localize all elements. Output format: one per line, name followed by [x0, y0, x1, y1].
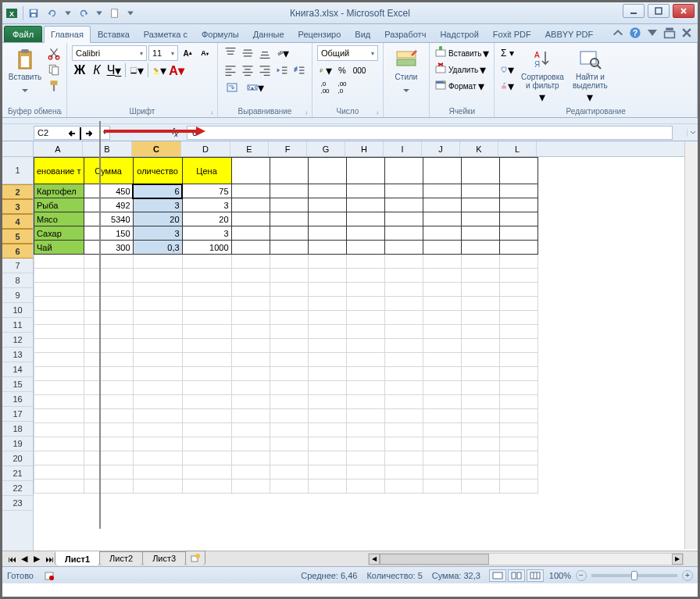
cell[interactable] [461, 339, 499, 353]
number-format-combo[interactable]: Общий▾ [317, 45, 378, 61]
cell[interactable]: 492 [84, 198, 133, 212]
cell[interactable] [308, 437, 346, 451]
column-header[interactable]: C [132, 141, 181, 156]
cell[interactable] [231, 311, 270, 325]
cell[interactable] [84, 381, 133, 395]
cell[interactable] [346, 283, 384, 297]
cell[interactable] [423, 241, 461, 255]
find-select-button[interactable]: Найти и выделить▾ [570, 45, 610, 106]
cell[interactable] [384, 158, 423, 184]
delete-cells[interactable]: Удалить ▾ [434, 62, 486, 77]
cell[interactable] [461, 395, 499, 409]
cell[interactable] [270, 437, 308, 451]
row-header[interactable]: 22 [2, 481, 33, 496]
cell[interactable] [133, 465, 182, 480]
cell[interactable] [308, 465, 346, 480]
row-header[interactable]: 11 [2, 318, 33, 333]
border-icon[interactable]: ▾ [129, 62, 145, 78]
column-header[interactable]: K [460, 141, 498, 156]
minimize-button[interactable] [623, 4, 645, 18]
cell[interactable]: енование т [34, 158, 84, 184]
cell[interactable] [384, 465, 423, 480]
ribbon-tab[interactable]: Надстрой [433, 26, 485, 42]
cell[interactable] [133, 423, 182, 437]
cell[interactable] [308, 297, 346, 311]
cell[interactable] [231, 269, 270, 283]
row-header[interactable]: 18 [2, 422, 33, 437]
cell[interactable]: 20 [182, 212, 231, 226]
cell[interactable] [499, 437, 538, 451]
row-header[interactable]: 13 [2, 348, 33, 362]
cell[interactable] [346, 269, 384, 283]
cell[interactable] [182, 480, 231, 494]
macro-record-icon[interactable] [41, 568, 57, 583]
cell[interactable]: Рыба [34, 198, 84, 212]
cell[interactable] [308, 198, 346, 212]
cell[interactable] [499, 381, 538, 395]
cell[interactable] [308, 269, 346, 283]
font-size-combo[interactable]: 11▾ [148, 45, 178, 61]
shrink-font-icon[interactable]: A▾ [197, 45, 212, 61]
cell[interactable] [133, 269, 182, 283]
cell[interactable] [308, 158, 346, 184]
cell[interactable] [270, 465, 308, 480]
maximize-button[interactable] [648, 4, 670, 18]
cell[interactable] [133, 255, 182, 269]
cell[interactable] [270, 367, 308, 381]
row-header[interactable]: 4 [2, 214, 33, 229]
ribbon-tab[interactable]: Вставка [91, 26, 137, 42]
cell[interactable] [270, 423, 308, 437]
cell[interactable] [34, 381, 84, 395]
column-header[interactable]: B [83, 141, 132, 156]
cell[interactable] [308, 451, 346, 465]
cell[interactable] [270, 241, 308, 255]
cell[interactable] [270, 212, 308, 226]
align-right-icon[interactable] [257, 62, 273, 78]
fill-icon[interactable]: ▾ [499, 62, 515, 77]
increase-indent-icon[interactable] [291, 62, 307, 78]
cell[interactable]: оличество [133, 158, 182, 184]
cell[interactable] [384, 451, 423, 465]
cell[interactable] [384, 241, 423, 255]
row-header[interactable]: 17 [2, 407, 33, 422]
align-center-icon[interactable] [240, 62, 255, 78]
doc-close-icon[interactable] [680, 27, 693, 39]
sheet-tab[interactable]: Лист2 [99, 551, 143, 565]
row-header[interactable]: 9 [2, 288, 33, 303]
column-header[interactable]: F [269, 141, 307, 156]
cell[interactable] [499, 311, 538, 325]
scroll-left-icon[interactable]: ◀ [369, 554, 380, 565]
cell[interactable] [384, 297, 423, 311]
fill-color-icon[interactable]: ▾ [152, 62, 167, 78]
cell[interactable]: 0,3 [133, 241, 182, 255]
undo-dropdown-icon[interactable] [64, 6, 72, 20]
sheet-tab[interactable]: Лист3 [142, 551, 186, 565]
cell[interactable] [133, 339, 182, 353]
cell[interactable]: Сахар [34, 226, 84, 241]
cell[interactable] [423, 409, 461, 423]
cell[interactable] [384, 409, 423, 423]
row-header[interactable]: 23 [2, 496, 33, 511]
cell[interactable] [231, 226, 270, 241]
file-tab[interactable]: Файл [4, 26, 42, 42]
cell[interactable] [182, 451, 231, 465]
cell[interactable] [133, 367, 182, 381]
cell[interactable] [384, 480, 423, 494]
cell[interactable] [182, 381, 231, 395]
cell[interactable] [423, 480, 461, 494]
cell[interactable] [461, 241, 499, 255]
grow-font-icon[interactable]: A▴ [180, 45, 195, 61]
cell[interactable] [231, 367, 270, 381]
cell[interactable] [461, 465, 499, 480]
cell[interactable] [182, 269, 231, 283]
cell[interactable] [270, 283, 308, 297]
cell[interactable] [270, 409, 308, 423]
cell[interactable] [499, 423, 538, 437]
cut-icon[interactable] [46, 45, 62, 61]
cell[interactable] [231, 381, 270, 395]
cell[interactable] [182, 255, 231, 269]
view-page-break-icon[interactable] [527, 569, 544, 582]
cell[interactable] [308, 184, 346, 198]
cell[interactable] [461, 226, 499, 241]
cell[interactable] [231, 451, 270, 465]
